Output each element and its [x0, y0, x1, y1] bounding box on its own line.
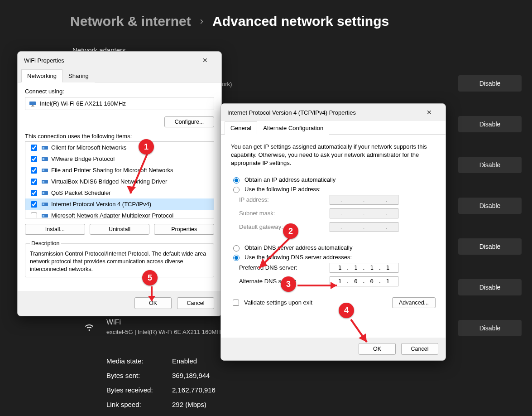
checkbox-input[interactable] [31, 167, 37, 174]
protocol-icon [41, 167, 48, 174]
checkbox-input[interactable] [31, 156, 37, 162]
uninstall-button[interactable]: Uninstall [90, 224, 150, 235]
radio-input[interactable] [233, 245, 240, 252]
svg-marker-22 [331, 282, 337, 289]
svg-rect-1 [32, 105, 34, 106]
stat-row: Bytes received:2,162,770,916 [106, 382, 217, 397]
annotation-arrow [145, 284, 158, 307]
svg-rect-12 [43, 192, 44, 194]
annotation-arrow [295, 281, 345, 290]
svg-rect-8 [43, 169, 44, 171]
gateway-input: ... [330, 222, 398, 232]
radio-input[interactable] [233, 255, 240, 261]
svg-marker-26 [148, 296, 155, 301]
annotation-arrow [254, 236, 299, 276]
list-item[interactable]: File and Printer Sharing for Microsoft N… [25, 164, 214, 176]
dialog-titlebar[interactable]: Internet Protocol Version 4 (TCP/IPv4) P… [221, 104, 446, 121]
checkbox-input[interactable] [31, 179, 37, 185]
breadcrumb: Network & internet › Advanced network se… [70, 14, 389, 29]
stat-row: Link speed:292 (Mbps) [106, 397, 217, 411]
disable-button[interactable]: Disable [458, 198, 522, 214]
radio-manual-ip[interactable]: Use the following IP address: [231, 185, 436, 193]
validate-checkbox[interactable]: Validate settings upon exit [231, 298, 312, 307]
items-label: This connection uses the following items… [25, 133, 214, 140]
radio-input[interactable] [233, 187, 240, 193]
annotation-arrow [349, 317, 376, 349]
preferred-dns-input[interactable]: 1 . 1 . 1 . 1 [330, 263, 398, 273]
list-item[interactable]: Client for Microsoft Networks [25, 142, 214, 153]
disable-button[interactable]: Disable [458, 238, 522, 255]
svg-rect-6 [43, 158, 44, 160]
protocol-icon [41, 145, 48, 151]
tab-sharing[interactable]: Sharing [62, 69, 95, 82]
callout-1: 1 [139, 139, 154, 155]
adapter-stats: Media state:Enabled Bytes sent:369,189,9… [106, 353, 217, 416]
list-item[interactable]: Microsoft Network Adapter Multiplexor Pr… [25, 210, 214, 218]
breadcrumb-parent[interactable]: Network & internet [70, 14, 191, 29]
list-item[interactable]: VMware Bridge Protocol [25, 153, 214, 164]
tab-networking[interactable]: Networking [21, 69, 62, 82]
checkbox-input[interactable] [233, 300, 239, 306]
dialog-title: Internet Protocol Version 4 (TCP/IPv4) P… [227, 109, 356, 116]
chevron-right-icon: › [200, 15, 203, 27]
tab-bar: Networking Sharing [18, 69, 221, 82]
svg-rect-14 [43, 203, 44, 205]
list-item[interactable]: VirtualBox NDIS6 Bridged Networking Driv… [25, 176, 214, 187]
disable-button[interactable]: Disable [458, 116, 522, 132]
tab-alternate[interactable]: Alternate Configuration [257, 121, 329, 135]
radio-auto-ip[interactable]: Obtain an IP address automatically [231, 176, 436, 184]
breadcrumb-current: Advanced network settings [212, 14, 389, 29]
list-item-label: QoS Packet Scheduler [51, 189, 111, 196]
svg-rect-4 [43, 147, 44, 149]
advanced-button[interactable]: Advanced... [392, 297, 436, 308]
connection-items-list[interactable]: Client for Microsoft NetworksVMware Brid… [25, 141, 214, 218]
description-text: Transmission Control Protocol/Internet P… [30, 250, 209, 273]
dialog-titlebar[interactable]: WiFi Properties ✕ [18, 52, 221, 69]
list-item-label: Client for Microsoft Networks [51, 144, 126, 151]
ip-address-input: ... [330, 195, 398, 205]
properties-button[interactable]: Properties [154, 224, 214, 235]
disable-button[interactable]: Disable [458, 75, 522, 92]
subnet-input: ... [330, 208, 398, 218]
list-item[interactable]: QoS Packet Scheduler [25, 187, 214, 198]
wifi-properties-dialog: WiFi Properties ✕ Networking Sharing Con… [17, 51, 222, 316]
list-item-label: Internet Protocol Version 4 (TCP/IPv4) [51, 201, 151, 208]
cancel-button[interactable]: Cancel [401, 343, 438, 355]
svg-rect-2 [31, 106, 34, 106]
adapter-subtitle: excitel-5G | Intel(R) Wi-Fi 6E AX211 160… [106, 329, 224, 335]
svg-rect-16 [43, 215, 44, 217]
checkbox-input[interactable] [31, 201, 37, 208]
checkbox-input[interactable] [31, 213, 37, 219]
callout-5: 5 [142, 270, 158, 285]
radio-input[interactable] [233, 177, 240, 184]
intro-text: You can get IP settings assigned automat… [231, 143, 436, 168]
svg-marker-20 [259, 258, 267, 268]
list-item-label: VMware Bridge Protocol [51, 155, 115, 162]
close-icon[interactable]: ✕ [419, 106, 439, 119]
tab-general[interactable]: General [225, 121, 257, 135]
disable-button[interactable]: Disable [458, 279, 522, 295]
annotation-arrow [122, 152, 158, 202]
protocol-icon [41, 190, 48, 196]
disable-button[interactable]: Disable [458, 320, 522, 336]
close-icon[interactable]: ✕ [195, 53, 215, 67]
connect-using-label: Connect using: [25, 88, 214, 95]
install-button[interactable]: Install... [25, 224, 85, 235]
svg-rect-0 [29, 102, 36, 105]
network-adapter-icon [29, 101, 36, 107]
dialog-title: WiFi Properties [24, 57, 64, 64]
list-item[interactable]: Internet Protocol Version 4 (TCP/IPv4) [25, 198, 214, 210]
ipv4-properties-dialog: Internet Protocol Version 4 (TCP/IPv4) P… [220, 103, 446, 361]
checkbox-input[interactable] [31, 190, 37, 196]
wifi-icon [84, 322, 95, 333]
configure-button[interactable]: Configure... [164, 116, 214, 127]
disable-button[interactable]: Disable [458, 157, 522, 173]
stat-row: Duration:1 day 00:40:05 [106, 411, 217, 416]
adapter-name: Intel(R) Wi-Fi 6E AX211 160MHz [40, 100, 126, 107]
checkbox-input[interactable] [31, 145, 37, 151]
list-item-label: Microsoft Network Adapter Multiplexor Pr… [51, 212, 173, 218]
adapter-field[interactable]: Intel(R) Wi-Fi 6E AX211 160MHz [25, 97, 214, 110]
callout-4: 4 [339, 303, 354, 318]
description-legend: Description [30, 240, 61, 247]
cancel-button[interactable]: Cancel [177, 297, 214, 309]
